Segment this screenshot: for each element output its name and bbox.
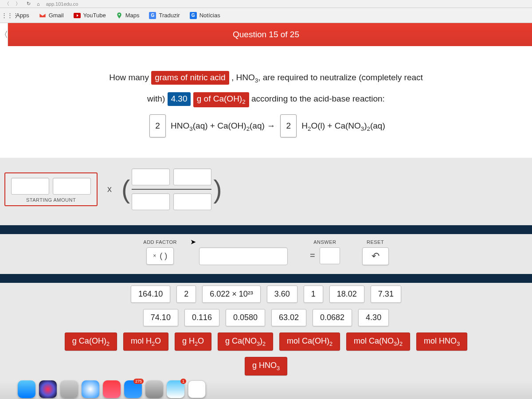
app-header: 〈 Question 15 of 25 xyxy=(0,23,532,46)
bookmark-label: Gmail xyxy=(49,12,64,19)
tiles-area: 164.10 2 6.022 × 10²³ 3.60 1 18.02 7.31 … xyxy=(0,283,532,391)
svg-point-0 xyxy=(118,14,120,15)
nav-reload-icon[interactable]: ↻ xyxy=(27,1,31,7)
tile-unit[interactable]: g Ca(NO3)2 xyxy=(218,332,273,351)
tile-number[interactable]: 4.30 xyxy=(358,309,389,326)
starting-value-slot[interactable] xyxy=(11,178,49,195)
cursor-icon: ➤ xyxy=(190,238,196,246)
bookmark-label: Notícias xyxy=(200,12,220,19)
nav-forward-icon[interactable]: 〉 xyxy=(16,0,20,7)
tile-row-units-1: g Ca(OH)2 mol H2O g H2O g Ca(NO3)2 mol C… xyxy=(9,332,523,351)
paren-left-icon: ( xyxy=(121,176,130,202)
dock-finder-icon[interactable] xyxy=(18,380,35,398)
answer-label: ANSWER xyxy=(310,239,340,245)
question-progress: Question 15 of 25 xyxy=(233,30,299,39)
reset-button[interactable]: ↶ xyxy=(362,247,389,265)
bookmark-gmail[interactable]: Gmail xyxy=(39,12,64,19)
tile-unit[interactable]: g HNO3 xyxy=(245,357,287,376)
bookmark-label: Maps xyxy=(125,12,140,19)
tile-number[interactable]: 1 xyxy=(304,286,323,303)
given-value: 4.30 xyxy=(168,92,191,106)
tile-unit[interactable]: mol HNO3 xyxy=(416,332,467,351)
bookmark-youtube[interactable]: YouTube xyxy=(74,12,106,19)
answer-box[interactable] xyxy=(320,247,340,264)
tile-number[interactable]: 0.0580 xyxy=(226,309,265,326)
tile-number[interactable]: 0.116 xyxy=(184,309,219,326)
bookmark-label: YouTube xyxy=(83,12,106,19)
youtube-icon xyxy=(74,12,81,19)
tile-number[interactable]: 74.10 xyxy=(143,309,178,326)
dock-settings-icon[interactable] xyxy=(145,380,163,398)
separator-bar xyxy=(0,274,532,283)
tile-row-numbers-2: 74.10 0.116 0.0580 63.02 0.0682 4.30 xyxy=(9,309,523,326)
add-factor-glyph: ( ) xyxy=(160,251,167,261)
dock-music-icon[interactable] xyxy=(103,380,121,398)
tile-number[interactable]: 18.02 xyxy=(329,286,364,303)
gmail-icon xyxy=(39,12,46,19)
dock-launchpad-icon[interactable] xyxy=(60,380,78,398)
equation-left: HNO3(aq) + Ca(OH)2(aq) → xyxy=(171,121,275,130)
dock-safari-icon[interactable] xyxy=(82,380,99,398)
undo-icon: ↶ xyxy=(372,250,379,262)
bookmark-label: Traduzir xyxy=(159,12,180,19)
tile-unit[interactable]: g Ca(OH)2 xyxy=(65,332,117,351)
nav-back-icon[interactable]: 〈 xyxy=(4,0,9,7)
tile-number[interactable]: 164.10 xyxy=(131,286,170,303)
bookmark-noticias[interactable]: G Notícias xyxy=(190,12,220,19)
tile-number[interactable]: 0.0682 xyxy=(313,309,352,326)
question-panel: How many grams of nitric acid , HNO3, ar… xyxy=(0,46,532,158)
multiply-sign: x xyxy=(106,184,113,194)
question-text: How many xyxy=(109,73,149,82)
fraction-bar xyxy=(132,189,211,190)
equation-right: H2O(l) + Ca(NO3)2(aq) xyxy=(301,121,385,130)
macos-dock: 275 1 xyxy=(0,381,532,399)
denominator-value-slot[interactable] xyxy=(132,193,170,210)
tile-unit[interactable]: g H2O xyxy=(175,332,211,351)
numerator-value-slot[interactable] xyxy=(132,168,170,185)
result-slot[interactable] xyxy=(199,247,288,265)
tile-unit[interactable]: mol H2O xyxy=(123,332,168,351)
tile-unit[interactable]: mol Ca(NO3)2 xyxy=(346,332,410,351)
tile-row-numbers-1: 164.10 2 6.022 × 10²³ 3.60 1 18.02 7.31 xyxy=(9,286,523,303)
starting-unit-slot[interactable] xyxy=(53,178,91,195)
tile-number[interactable]: 6.022 × 10²³ xyxy=(202,286,261,303)
denominator-unit-slot[interactable] xyxy=(173,193,211,210)
highlight-target: grams of nitric acid xyxy=(151,71,229,85)
dock-calendar-icon[interactable] xyxy=(188,380,206,398)
equals-sign: = xyxy=(310,250,315,261)
browser-toolbar: 〈 〉 ↻ ⌂ app.101edu.co xyxy=(0,0,532,8)
apps-menu[interactable]: ⋮⋮⋮ Apps xyxy=(6,12,29,19)
controls-row: ADD FACTOR × ( ) ➤ . ANSWER = RESET ↶ xyxy=(0,234,532,274)
paren-right-icon: ) xyxy=(213,176,222,202)
conversion-factor-group: ( ) xyxy=(121,167,222,212)
dock-siri-icon[interactable] xyxy=(39,380,57,398)
given-unit: g of Ca(OH)2 xyxy=(193,92,249,107)
numerator-unit-slot[interactable] xyxy=(173,168,211,185)
conversion-fraction[interactable] xyxy=(132,167,211,212)
nav-home-icon[interactable]: ⌂ xyxy=(37,1,40,7)
tile-number[interactable]: 7.31 xyxy=(371,286,401,303)
starting-amount-group[interactable]: STARTING AMOUNT xyxy=(4,172,98,206)
add-factor-label: ADD FACTOR xyxy=(143,239,177,245)
bookmarks-bar: ⋮⋮⋮ Apps Gmail YouTube Maps G Traduzir G… xyxy=(0,8,532,23)
bookmark-maps[interactable]: Maps xyxy=(116,12,140,19)
tile-unit[interactable]: mol Ca(OH)2 xyxy=(279,332,340,351)
apps-grid-icon: ⋮⋮⋮ xyxy=(6,12,13,19)
reset-label: RESET xyxy=(362,239,389,245)
url-fragment: app.101edu.co xyxy=(46,1,78,7)
question-text: , HNO3, are required to neutralize (comp… xyxy=(231,73,423,82)
coefficient-box[interactable]: 2 xyxy=(280,114,297,137)
tile-row-units-2: g HNO3 xyxy=(9,357,523,376)
tile-number[interactable]: 63.02 xyxy=(271,309,306,326)
back-button[interactable]: 〈 xyxy=(0,23,8,46)
starting-amount-label: STARTING AMOUNT xyxy=(10,197,92,203)
tile-number[interactable]: 3.60 xyxy=(267,286,297,303)
coefficient-box[interactable]: 2 xyxy=(149,114,166,137)
question-text: with) xyxy=(147,94,165,103)
bookmark-traduzir[interactable]: G Traduzir xyxy=(149,12,180,19)
add-factor-button[interactable]: × ( ) xyxy=(146,247,174,265)
maps-icon xyxy=(116,12,123,19)
dock-badge: 1 xyxy=(180,379,186,384)
tile-number[interactable]: 2 xyxy=(176,286,196,303)
news-icon: G xyxy=(190,12,197,19)
